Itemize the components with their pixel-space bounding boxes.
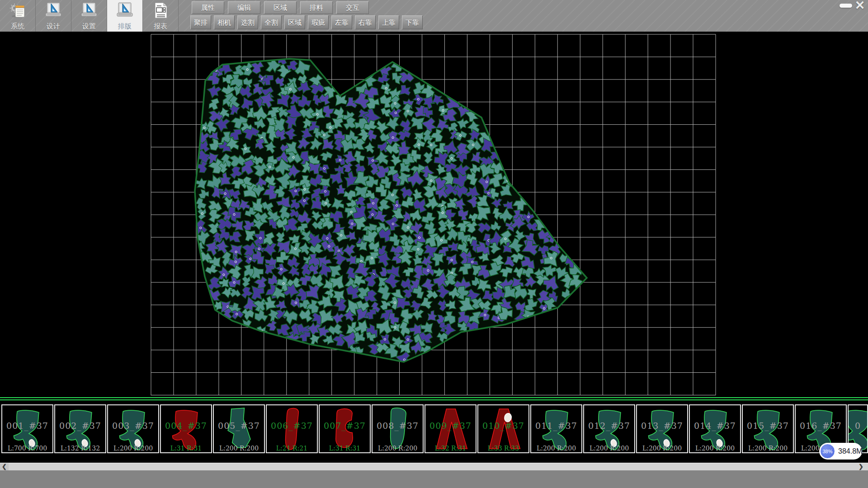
piece-count-label: L:200 R:200 [531,445,581,452]
horizontal-scrollbar[interactable]: ❮ ❯ [0,463,868,470]
thumbnail-cell-005_#37[interactable]: 005_#37L:200 R:200 [213,404,265,453]
piece-count-label: L:200 R:200 [637,445,687,452]
tab-label: 报表 [154,22,167,31]
piece-id-label: 008_#37 [373,421,423,431]
piece-id-label: 0 [849,421,867,431]
menu-button-2[interactable]: 编辑 [228,1,260,14]
toolbar: 系统设计设置排版报表 属性编辑区域排料交互 聚排相机选割全割区域瑕疵左靠右靠上靠… [0,0,868,32]
thumbnail-cell-006_#37[interactable]: 006_#37L:21 R:21 [266,404,318,453]
nesting-canvas[interactable] [0,32,868,397]
memory-value: 384.8M [838,443,862,460]
piece-count-label: L:200 R:200 [108,445,158,452]
thumbnail-cell-009_#37[interactable]: 009_#37L:32 R:31 [425,404,476,453]
piece-id-label: 004_#37 [161,421,211,431]
report-icon [151,0,170,21]
tab-label: 设置 [82,22,96,31]
layout-icon [116,0,134,21]
scroll-right-button[interactable]: ❯ [857,463,865,470]
tool-button-5[interactable]: 区域 [284,15,305,29]
piece-id-label: 002_#37 [55,421,105,431]
thumbnail-cell-015_#37[interactable]: 015_#37L:200 R:200 [742,404,794,453]
piece-count-label: L:33 R:33 [478,445,528,452]
settings-icon [80,0,98,21]
tool-button-4[interactable]: 全割 [261,15,282,29]
piece-count-label: L:21 R:21 [267,445,317,452]
thumbnail-cell-014_#37[interactable]: 014_#37L:200 R:200 [689,404,741,453]
piece-id-label: 014_#37 [690,421,740,431]
piece-id-label: 013_#37 [637,421,687,431]
tab-label: 排版 [118,22,132,31]
thumbnail-cells: 001_#37L:700 R:700002_#37L:132 R:132003_… [1,404,868,453]
menu-button-4[interactable]: 排料 [300,1,333,14]
piece-id-label: 006_#37 [267,421,317,431]
tool-button-9[interactable]: 上靠 [378,15,399,29]
menu-row: 属性编辑区域排料交互 [192,1,373,14]
tool-button-10[interactable]: 下靠 [402,15,423,29]
piece-count-label: L:200 R:200 [584,445,634,452]
piece-id-label: 001_#37 [2,421,52,431]
tab-label: 设计 [47,22,60,31]
piece-id-label: 005_#37 [214,421,264,431]
thumbnail-cell-010_#37[interactable]: 010_#37L:33 R:33 [477,404,529,453]
thumbnail-cell-011_#37[interactable]: 011_#37L:200 R:200 [530,404,582,453]
footer-bar [0,470,868,488]
piece-count-label: L:31 R:31 [320,445,370,452]
close-button[interactable]: ✕ [853,0,867,12]
nesting-svg [0,32,868,397]
piece-id-label: 007_#37 [320,421,370,431]
tool-button-7[interactable]: 左靠 [331,15,352,29]
tool-button-3[interactable]: 选割 [237,15,258,29]
scroll-left-button[interactable]: ❮ [0,463,9,470]
main-tabs: 系统设计设置排版报表 [0,0,179,32]
progress-percent-badge: 38% [820,444,835,459]
memory-status-badge: 38% 384.8M [819,443,862,460]
tool-button-6[interactable]: 瑕疵 [308,15,329,29]
tool-button-1[interactable]: 聚排 [190,15,211,29]
piece-count-label: L:200 R:200 [743,445,793,452]
thumbnail-cell-003_#37[interactable]: 003_#37L:200 R:200 [107,404,159,453]
tool-button-2[interactable]: 相机 [214,15,235,29]
piece-count-label: L:700 R:700 [2,445,52,452]
tab-settings[interactable]: 设置 [71,0,107,32]
system-icon [9,0,27,21]
piece-count-label: L:32 R:31 [425,445,476,452]
menu-button-5[interactable]: 交互 [336,1,369,14]
strip-border-line [0,397,868,398]
thumbnail-cell-008_#37[interactable]: 008_#37L:200 R:200 [372,404,424,453]
piece-id-label: 016_#37 [796,421,846,431]
piece-id-label: 015_#37 [743,421,793,431]
tool-row: 聚排相机选割全割区域瑕疵左靠右靠上靠下靠 [190,15,425,29]
tab-system[interactable]: 系统 [0,0,36,32]
thumbnail-cell-004_#37[interactable]: 004_#37L:31 R:31 [160,404,212,453]
tab-design[interactable]: 设计 [36,0,71,32]
thumbnail-cell-013_#37[interactable]: 013_#37L:200 R:200 [636,404,688,453]
piece-id-label: 012_#37 [584,421,634,431]
piece-id-label: 010_#37 [478,421,528,431]
minimize-button[interactable] [840,4,852,8]
piece-count-label: L:200 R:200 [690,445,740,452]
piece-id-label: 011_#37 [531,421,581,431]
thumbnail-cell-001_#37[interactable]: 001_#37L:700 R:700 [1,404,53,453]
piece-id-label: 009_#37 [425,421,476,431]
design-icon [44,0,62,21]
tab-layout[interactable]: 排版 [107,0,143,32]
thumbnail-cell-002_#37[interactable]: 002_#37L:132 R:132 [54,404,106,453]
thumbnail-cell-012_#37[interactable]: 012_#37L:200 R:200 [583,404,635,453]
thumbnail-cell-007_#37[interactable]: 007_#37L:31 R:31 [319,404,371,453]
piece-count-label: L:200 R:200 [214,445,264,452]
menu-button-3[interactable]: 区域 [264,1,297,14]
menu-button-1[interactable]: 属性 [192,1,224,14]
tab-report[interactable]: 报表 [143,0,179,32]
piece-count-label: L:31 R:31 [161,445,211,452]
tool-button-8[interactable]: 右靠 [355,15,376,29]
strip-border-line [0,399,868,400]
piece-count-label: L:200 R:200 [373,445,423,452]
piece-thumbnail-strip: 001_#37L:700 R:700002_#37L:132 R:132003_… [0,397,868,455]
piece-count-label: L:132 R:132 [55,445,105,452]
tab-label: 系统 [11,22,24,31]
piece-id-label: 003_#37 [108,421,158,431]
